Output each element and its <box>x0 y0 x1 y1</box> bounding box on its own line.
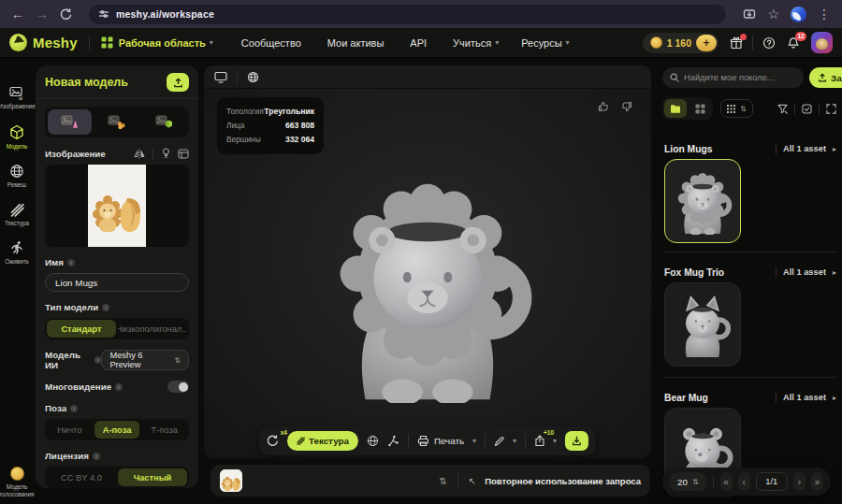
regenerate-count-badge: x4 <box>281 429 287 436</box>
rail-item-model[interactable]: Модель <box>0 124 34 151</box>
notifications-bell-icon[interactable]: 12 <box>787 36 800 50</box>
group-name-bear-mug: Bear Mug <box>664 393 708 403</box>
prompt-thumbnail[interactable] <box>220 469 242 492</box>
nav-learn[interactable]: Учиться <box>453 37 491 49</box>
tab-image-to-3d[interactable] <box>48 109 92 135</box>
rail-item-image[interactable]: ai Изображение <box>0 86 34 110</box>
export-reward-badge: +10 <box>544 429 554 436</box>
first-page-button[interactable]: « <box>720 472 733 491</box>
reference-image-preview[interactable] <box>45 165 189 247</box>
rewards-gift-icon[interactable] <box>730 36 743 50</box>
expand-icon[interactable] <box>826 104 836 114</box>
rigging-icon[interactable] <box>387 435 399 447</box>
mirror-symmetry-icon[interactable] <box>134 149 145 159</box>
info-icon: i <box>67 259 75 266</box>
export-share-button[interactable]: +10 ▾ <box>534 435 557 447</box>
browser-reload-icon[interactable] <box>60 8 72 21</box>
nav-resources[interactable]: Ресурсы <box>521 37 561 49</box>
asset-search-input[interactable] <box>684 73 796 82</box>
site-settings-icon[interactable] <box>98 8 109 20</box>
nav-community[interactable]: Сообщество <box>241 37 301 49</box>
model-type-option-standard[interactable]: Стандарт <box>47 320 116 338</box>
help-icon[interactable] <box>762 36 776 50</box>
chevron-down-icon[interactable]: ▾ <box>210 38 213 47</box>
notification-dot <box>740 34 747 40</box>
group-open-lion-mugs[interactable]: All 1 asset ▸ <box>776 143 836 154</box>
rail-item-model-voting[interactable]: Модель голосования <box>0 467 34 498</box>
viewport-3d[interactable]: ТопологияТреугольник Лица663 808 Вершины… <box>204 65 651 458</box>
thumbnail-size-control[interactable]: ⇅ <box>720 99 753 118</box>
info-icon: i <box>70 405 78 412</box>
thumbs-down-icon[interactable] <box>621 101 632 112</box>
upload-asset-button[interactable]: Загрузить <box>809 67 842 88</box>
chevron-down-icon[interactable]: ▾ <box>566 38 570 47</box>
asset-thumbnail-lion-mug[interactable] <box>664 159 741 243</box>
chevron-down-icon[interactable]: ▾ <box>495 38 499 47</box>
group-open-bear-mug[interactable]: All 1 asset ▸ <box>776 392 836 403</box>
history-updown-icon[interactable]: ⇅ <box>439 476 446 486</box>
meshy-logo-icon[interactable] <box>9 34 27 51</box>
asset-thumbnail-fox-mug[interactable] <box>664 282 741 367</box>
rail-item-animate[interactable]: Оживить <box>0 240 34 266</box>
print-button[interactable]: Печать ▾ <box>417 435 476 447</box>
credits-pill[interactable]: 1 160 + <box>643 33 719 53</box>
browser-back-icon[interactable]: ← <box>11 7 24 21</box>
pose-option-t-pose[interactable]: Т-поза <box>141 421 187 439</box>
reuse-prompt-button[interactable]: Повторное использование запроса <box>485 476 641 486</box>
select-checkbox-icon[interactable] <box>802 104 812 114</box>
nav-workspace[interactable]: Рабочая область <box>119 37 206 49</box>
user-avatar[interactable] <box>811 32 833 53</box>
save-page-icon[interactable] <box>743 7 756 21</box>
filter-icon[interactable] <box>777 104 788 114</box>
library-card-icon[interactable] <box>178 149 189 159</box>
last-page-button[interactable]: » <box>811 472 823 491</box>
address-bar[interactable]: meshy.ai/workspace <box>89 5 726 24</box>
upload-model-button[interactable] <box>167 73 189 92</box>
display-mode-icon[interactable] <box>214 71 227 83</box>
meshy-logo-text[interactable]: Meshy <box>33 35 78 50</box>
info-icon: i <box>94 356 101 364</box>
group-open-fox-mug-trio[interactable]: All 1 asset ▸ <box>776 266 836 278</box>
add-credits-button[interactable]: + <box>696 35 717 51</box>
asset-search[interactable] <box>662 67 804 88</box>
tab-multi-image-to-3d[interactable] <box>94 109 138 135</box>
license-option-ccby[interactable]: CC BY 4.0 <box>47 468 116 486</box>
folder-view-button[interactable] <box>664 99 687 118</box>
rail-item-texture[interactable]: Текстура <box>0 203 34 227</box>
regenerate-icon[interactable]: x4 <box>267 435 279 447</box>
grid-view-button[interactable] <box>689 99 711 118</box>
texture-hatch-icon <box>10 203 24 217</box>
workspace-grid-icon <box>101 36 113 49</box>
notification-count-badge: 12 <box>795 32 806 41</box>
download-button[interactable] <box>565 431 588 451</box>
page-url: meshy.ai/workspace <box>116 8 214 20</box>
edit-brush-button[interactable]: ▾ <box>494 436 516 447</box>
lightbulb-icon[interactable] <box>161 148 171 159</box>
next-page-button[interactable]: › <box>793 472 806 491</box>
license-option-private[interactable]: Частный <box>118 468 187 486</box>
pose-option-a-pose[interactable]: А-поза <box>94 421 140 439</box>
browser-forward-icon[interactable]: → <box>36 7 49 21</box>
rail-item-remesh[interactable]: Ремеш <box>0 164 34 189</box>
multiview-toggle[interactable] <box>167 381 189 393</box>
bookmark-star-icon[interactable]: ☆ <box>767 7 779 21</box>
page-size-select[interactable]: 20 ⇅ <box>670 472 706 491</box>
nav-my-assets[interactable]: Мои активы <box>327 37 385 49</box>
environment-globe-icon[interactable] <box>247 71 259 83</box>
tab-image-to-texture[interactable] <box>142 109 186 135</box>
topology-label: Топология <box>226 105 264 119</box>
ai-model-select[interactable]: Meshy 6 Preview ⇅ <box>101 350 189 370</box>
prompt-history-bar: ⇅ ↖ Повторное использование запроса <box>210 465 650 497</box>
texture-button[interactable]: Текстура <box>287 431 358 451</box>
remesh-icon[interactable] <box>367 435 379 447</box>
browser-profile-avatar[interactable] <box>791 7 806 22</box>
grid-icon <box>695 104 705 114</box>
lion-mug-3d-model[interactable] <box>308 164 547 403</box>
thumbs-up-icon[interactable] <box>598 101 609 112</box>
model-type-option-lowpoly[interactable]: Низкополигонал... <box>118 320 187 338</box>
nav-api[interactable]: API <box>410 37 427 49</box>
browser-menu-icon[interactable]: ⋮ <box>818 7 831 21</box>
pose-option-none[interactable]: Ничто <box>47 421 93 439</box>
model-name-input[interactable] <box>45 273 189 292</box>
prev-page-button[interactable]: ‹ <box>738 472 750 491</box>
